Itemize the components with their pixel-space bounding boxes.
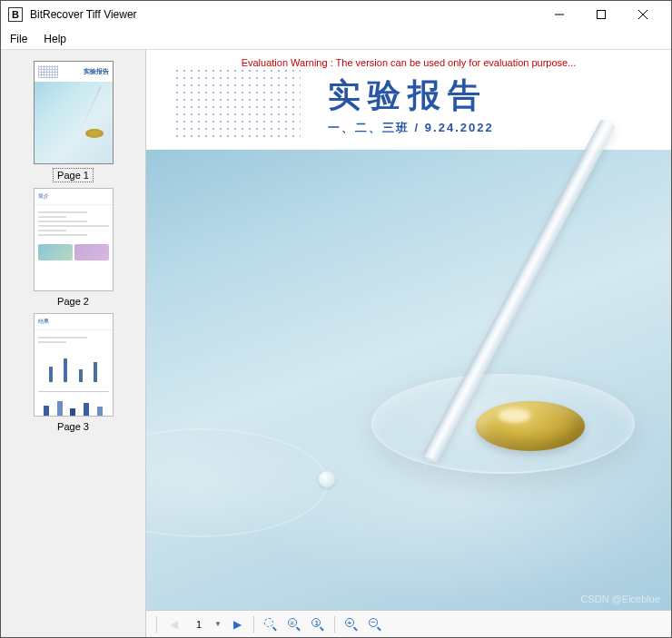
content-area: 实验报告 Page 1 简介 (1, 50, 671, 637)
app-window: B BitRecover Tiff Viewer File Help (0, 0, 672, 638)
document-canvas[interactable]: Evaluation Warning : The version can be … (146, 50, 671, 610)
main-viewer: Evaluation Warning : The version can be … (146, 50, 671, 637)
menu-help[interactable]: Help (44, 33, 66, 45)
thumbnail-page-1[interactable]: 实验报告 Page 1 (34, 61, 114, 182)
fit-width-button[interactable] (261, 614, 281, 634)
document-title: 实验报告 (328, 74, 644, 118)
thumbnail-page-2[interactable]: 简介 Page 2 (34, 188, 114, 308)
next-page-button[interactable]: ▶ (227, 614, 247, 634)
watermark: CSDN @Eiceblue (580, 594, 660, 604)
zoom-in-button[interactable]: + (341, 614, 361, 634)
thumbnail-label: Page 2 (54, 295, 93, 308)
magnifier-equals-icon: = (288, 618, 301, 631)
magnifier-minus-icon: − (369, 618, 381, 631)
viewer-toolbar: ◀ ▼ ▶ = 1 + (146, 610, 671, 637)
thumbnail-label: Page 3 (54, 420, 93, 433)
magnifier-fit-icon (264, 618, 277, 631)
fit-page-button[interactable]: 1 (308, 614, 328, 634)
titlebar: B BitRecover Tiff Viewer (1, 1, 671, 28)
menu-file[interactable]: File (10, 33, 27, 45)
maximize-button[interactable] (580, 1, 622, 28)
window-title: BitRecover Tiff Viewer (30, 8, 539, 21)
window-controls (539, 1, 664, 28)
magnifier-plus-icon: + (345, 618, 358, 631)
menubar: File Help (1, 28, 671, 50)
close-button[interactable] (622, 1, 664, 28)
app-icon: B (8, 7, 23, 22)
zoom-out-button[interactable]: − (365, 614, 385, 634)
minimize-button[interactable] (539, 1, 580, 28)
document-hero-image: CSDN @Eiceblue (146, 150, 671, 610)
svg-rect-1 (598, 11, 606, 19)
prev-page-button[interactable]: ◀ (163, 614, 183, 634)
triangle-left-icon: ◀ (170, 618, 178, 631)
evaluation-warning: Evaluation Warning : The version can be … (146, 50, 671, 72)
triangle-right-icon: ▶ (233, 618, 242, 631)
dot-pattern-graphic (173, 67, 301, 142)
magnifier-one-icon: 1 (311, 618, 324, 631)
page-number-input[interactable] (187, 616, 211, 633)
thumbnail-label: Page 1 (53, 168, 94, 182)
thumbnail-page-3[interactable]: 结果 (34, 313, 114, 433)
thumbnail-sidebar: 实验报告 Page 1 简介 (1, 50, 146, 637)
actual-size-button[interactable]: = (284, 614, 304, 634)
page-dropdown-icon[interactable]: ▼ (214, 620, 223, 628)
